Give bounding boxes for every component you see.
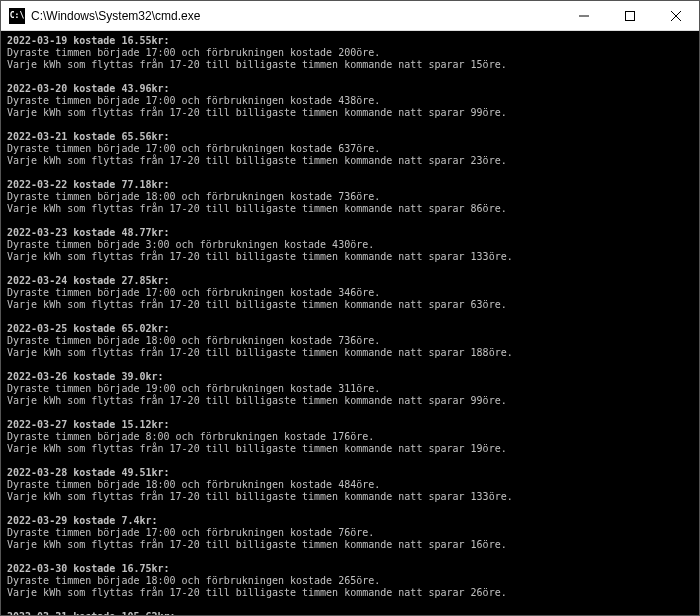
close-button[interactable] — [653, 1, 699, 31]
cmd-icon: C:\ — [9, 8, 25, 24]
svg-rect-1 — [626, 11, 635, 20]
entry-header: 2022-03-24 kostade 27.85kr: — [7, 275, 693, 287]
entry-line: Dyraste timmen började 18:00 och förbruk… — [7, 191, 693, 203]
entry-header: 2022-03-30 kostade 16.75kr: — [7, 563, 693, 575]
minimize-button[interactable] — [561, 1, 607, 31]
log-entry: 2022-03-26 kostade 39.0kr:Dyraste timmen… — [7, 371, 693, 407]
entry-line: Varje kWh som flyttas från 17-20 till bi… — [7, 395, 693, 407]
log-entry: 2022-03-24 kostade 27.85kr:Dyraste timme… — [7, 275, 693, 311]
log-entry: 2022-03-22 kostade 77.18kr:Dyraste timme… — [7, 179, 693, 215]
entry-header: 2022-03-25 kostade 65.02kr: — [7, 323, 693, 335]
entry-line: Varje kWh som flyttas från 17-20 till bi… — [7, 491, 693, 503]
entry-line: Varje kWh som flyttas från 17-20 till bi… — [7, 443, 693, 455]
log-entry: 2022-03-20 kostade 43.96kr:Dyraste timme… — [7, 83, 693, 119]
entry-line: Varje kWh som flyttas från 17-20 till bi… — [7, 251, 693, 263]
entry-header: 2022-03-29 kostade 7.4kr: — [7, 515, 693, 527]
entry-line: Dyraste timmen började 17:00 och förbruk… — [7, 47, 693, 59]
entry-line: Dyraste timmen började 3:00 och förbrukn… — [7, 239, 693, 251]
log-entry: 2022-03-19 kostade 16.55kr:Dyraste timme… — [7, 35, 693, 71]
entry-line: Dyraste timmen började 8:00 och förbrukn… — [7, 431, 693, 443]
entry-header: 2022-03-27 kostade 15.12kr: — [7, 419, 693, 431]
log-entry: 2022-03-25 kostade 65.02kr:Dyraste timme… — [7, 323, 693, 359]
log-entry: 2022-03-27 kostade 15.12kr:Dyraste timme… — [7, 419, 693, 455]
entry-line: Dyraste timmen började 17:00 och förbruk… — [7, 287, 693, 299]
entry-line: Varje kWh som flyttas från 17-20 till bi… — [7, 347, 693, 359]
log-entry: 2022-03-21 kostade 65.56kr:Dyraste timme… — [7, 131, 693, 167]
entry-line: Dyraste timmen började 17:00 och förbruk… — [7, 95, 693, 107]
entry-line: Varje kWh som flyttas från 17-20 till bi… — [7, 587, 693, 599]
entry-header: 2022-03-22 kostade 77.18kr: — [7, 179, 693, 191]
entry-line: Dyraste timmen började 17:00 och förbruk… — [7, 527, 693, 539]
entry-header: 2022-03-19 kostade 16.55kr: — [7, 35, 693, 47]
close-icon — [671, 11, 681, 21]
log-entry: 2022-03-30 kostade 16.75kr:Dyraste timme… — [7, 563, 693, 599]
log-entry: 2022-03-31 kostade 105.62kr:Dyraste timm… — [7, 611, 693, 615]
entry-line: Dyraste timmen började 19:00 och förbruk… — [7, 383, 693, 395]
entry-line: Varje kWh som flyttas från 17-20 till bi… — [7, 59, 693, 71]
window-title: C:\Windows\System32\cmd.exe — [31, 9, 561, 23]
entry-header: 2022-03-31 kostade 105.62kr: — [7, 611, 693, 615]
entry-header: 2022-03-21 kostade 65.56kr: — [7, 131, 693, 143]
entry-line: Dyraste timmen började 18:00 och förbruk… — [7, 479, 693, 491]
cmd-window: C:\ C:\Windows\System32\cmd.exe 2022-03-… — [0, 0, 700, 616]
entry-line: Varje kWh som flyttas från 17-20 till bi… — [7, 203, 693, 215]
entry-line: Varje kWh som flyttas från 17-20 till bi… — [7, 155, 693, 167]
entry-header: 2022-03-23 kostade 48.77kr: — [7, 227, 693, 239]
titlebar[interactable]: C:\ C:\Windows\System32\cmd.exe — [1, 1, 699, 31]
log-entry: 2022-03-28 kostade 49.51kr:Dyraste timme… — [7, 467, 693, 503]
console-output[interactable]: 2022-03-19 kostade 16.55kr:Dyraste timme… — [1, 31, 699, 615]
maximize-icon — [625, 11, 635, 21]
maximize-button[interactable] — [607, 1, 653, 31]
entry-line: Dyraste timmen började 18:00 och förbruk… — [7, 575, 693, 587]
entry-line: Varje kWh som flyttas från 17-20 till bi… — [7, 299, 693, 311]
entry-line: Dyraste timmen började 17:00 och förbruk… — [7, 143, 693, 155]
entry-line: Dyraste timmen började 18:00 och förbruk… — [7, 335, 693, 347]
entry-header: 2022-03-20 kostade 43.96kr: — [7, 83, 693, 95]
entry-line: Varje kWh som flyttas från 17-20 till bi… — [7, 539, 693, 551]
entry-line: Varje kWh som flyttas från 17-20 till bi… — [7, 107, 693, 119]
entry-header: 2022-03-28 kostade 49.51kr: — [7, 467, 693, 479]
entry-header: 2022-03-26 kostade 39.0kr: — [7, 371, 693, 383]
log-entry: 2022-03-29 kostade 7.4kr:Dyraste timmen … — [7, 515, 693, 551]
minimize-icon — [579, 11, 589, 21]
log-entry: 2022-03-23 kostade 48.77kr:Dyraste timme… — [7, 227, 693, 263]
